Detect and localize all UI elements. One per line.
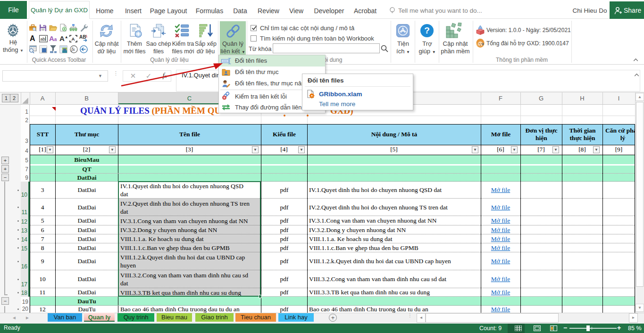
- svg-text:A: A: [72, 36, 75, 42]
- svg-text:abl: abl: [41, 37, 46, 42]
- svg-text:1: 1: [85, 34, 88, 38]
- svg-text:fx: fx: [71, 47, 75, 52]
